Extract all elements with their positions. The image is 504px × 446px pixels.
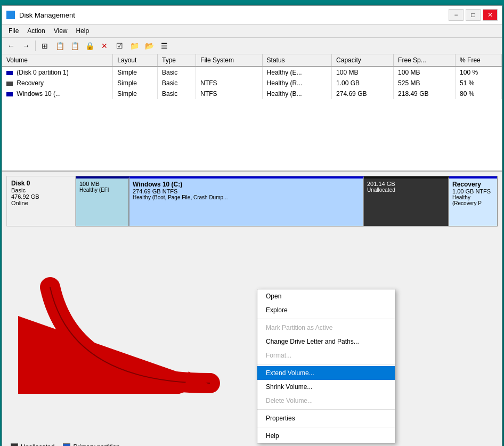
toolbar-btn-plug[interactable]: 🔒 <box>83 39 96 52</box>
app-icon <box>6 11 15 19</box>
col-volume[interactable]: Volume <box>2 54 113 67</box>
ctx-extend-volume[interactable]: Extend Volume... <box>257 366 395 380</box>
table-row[interactable]: Windows 10 (... Simple Basic NTFS Health… <box>2 88 502 99</box>
table-row[interactable]: Recovery Simple Basic NTFS Healthy (R...… <box>2 78 502 88</box>
partition-windows[interactable]: Windows 10 (C:) 274.69 GB NTFS Healthy (… <box>129 176 364 226</box>
main-content: Volume Layout Type File System Status Ca… <box>2 54 502 446</box>
ctx-sep-2 <box>257 364 395 364</box>
toolbar-btn-copy[interactable]: 📋 <box>53 39 67 52</box>
cell-volume: (Disk 0 partition 1) <box>2 67 113 78</box>
toolbar: ← → ⊞ 📋 📋 🔒 ✕ ☑ 📁 📂 ☰ <box>2 38 502 54</box>
menu-action[interactable]: Action <box>23 26 49 36</box>
disk-partitions: 100 MB Healthy (EFI Windows 10 (C:) 274.… <box>76 176 498 226</box>
col-free[interactable]: Free Sp... <box>394 54 456 67</box>
cell-free: 525 MB <box>394 78 456 88</box>
disk-area: Disk 0 Basic 476.92 GB Online 100 MB Hea… <box>2 172 502 446</box>
partition-unallocated[interactable]: 201.14 GB Unallocated <box>364 176 449 226</box>
forward-button[interactable]: → <box>19 39 33 52</box>
ctx-help[interactable]: Help <box>257 429 395 443</box>
volume-icon-blue2 <box>6 92 13 96</box>
title-bar-left: Disk Management <box>6 11 75 19</box>
close-button[interactable]: ✕ <box>483 9 498 21</box>
disk-row: Disk 0 Basic 476.92 GB Online 100 MB Hea… <box>6 176 498 226</box>
ctx-change-letter[interactable]: Change Drive Letter and Paths... <box>257 335 395 348</box>
cell-volume: Recovery <box>2 78 113 88</box>
maximize-button[interactable]: □ <box>466 9 481 21</box>
legend-unallocated: Unallocated <box>11 443 54 446</box>
menu-help[interactable]: Help <box>72 26 94 36</box>
cell-capacity: 1.00 GB <box>332 78 394 88</box>
col-type[interactable]: Type <box>158 54 196 67</box>
col-capacity[interactable]: Capacity <box>332 54 394 67</box>
toolbar-btn-grid[interactable]: ⊞ <box>38 39 52 52</box>
menu-file[interactable]: File <box>4 26 23 36</box>
menu-view[interactable]: View <box>50 26 72 36</box>
ctx-sep-4 <box>257 427 395 427</box>
ctx-explore[interactable]: Explore <box>257 303 395 317</box>
cell-layout: Simple <box>113 88 158 99</box>
legend-primary-box <box>63 443 70 446</box>
legend-unallocated-label: Unallocated <box>21 443 54 446</box>
toolbar-separator-1 <box>35 40 36 51</box>
cell-volume: Windows 10 (... <box>2 88 113 99</box>
col-layout[interactable]: Layout <box>113 54 158 67</box>
ctx-open[interactable]: Open <box>257 289 395 303</box>
cell-status: Healthy (R... <box>262 78 332 88</box>
cell-pct: 100 % <box>456 67 502 78</box>
toolbar-btn-delete[interactable]: ✕ <box>97 39 111 52</box>
cell-type: Basic <box>158 88 196 99</box>
cell-pct: 51 % <box>456 78 502 88</box>
partition-recovery[interactable]: Recovery 1.00 GB NTFS Healthy (Recovery … <box>449 176 497 226</box>
legend: Unallocated Primary partition <box>6 440 124 446</box>
menu-bar: File Action View Help <box>2 25 502 38</box>
title-bar: Disk Management − □ ✕ <box>2 6 502 25</box>
volume-icon-blue <box>6 71 13 75</box>
ctx-sep-1 <box>257 319 395 319</box>
disk-type: Basic <box>11 187 71 193</box>
main-window: Disk Management − □ ✕ File Action View H… <box>2 5 502 446</box>
toolbar-btn-list[interactable]: ☰ <box>157 39 171 52</box>
cell-layout: Simple <box>113 78 158 88</box>
volume-icon-dark <box>6 82 13 86</box>
toolbar-btn-folder2[interactable]: 📂 <box>142 39 156 52</box>
cell-fs <box>196 67 262 78</box>
ctx-properties[interactable]: Properties <box>257 411 395 425</box>
back-button[interactable]: ← <box>4 39 18 52</box>
context-menu: Open Explore Mark Partition as Active Ch… <box>257 289 395 443</box>
toolbar-btn-check[interactable]: ☑ <box>112 39 126 52</box>
arrow-annotation <box>18 277 263 395</box>
legend-unallocated-box <box>11 443 18 446</box>
ctx-shrink-volume[interactable]: Shrink Volume... <box>257 380 395 394</box>
cell-free: 218.49 GB <box>394 88 456 99</box>
ctx-mark-active: Mark Partition as Active <box>257 321 395 335</box>
disk-size: 476.92 GB <box>11 193 71 200</box>
toolbar-btn-paste[interactable]: 📋 <box>68 39 82 52</box>
col-pct[interactable]: % Free <box>456 54 502 67</box>
ctx-sep-3 <box>257 409 395 410</box>
disk-label: Disk 0 Basic 476.92 GB Online <box>6 176 76 226</box>
disk-status: Online <box>11 200 71 206</box>
ctx-format: Format... <box>257 348 395 362</box>
title-controls: − □ ✕ <box>449 9 498 21</box>
cell-layout: Simple <box>113 67 158 78</box>
partition-efi[interactable]: 100 MB Healthy (EFI <box>76 176 129 226</box>
cell-fs: NTFS <box>196 88 262 99</box>
ctx-delete-volume: Delete Volume... <box>257 394 395 408</box>
legend-primary: Primary partition <box>63 443 119 446</box>
cell-status: Healthy (B... <box>262 88 332 99</box>
col-filesystem[interactable]: File System <box>196 54 262 67</box>
toolbar-btn-folder1[interactable]: 📁 <box>127 39 141 52</box>
disk-name: Disk 0 <box>11 180 71 187</box>
cell-status: Healthy (E... <box>262 67 332 78</box>
table-row[interactable]: (Disk 0 partition 1) Simple Basic Health… <box>2 67 502 78</box>
legend-primary-label: Primary partition <box>73 443 119 446</box>
cell-type: Basic <box>158 78 196 88</box>
cell-pct: 80 % <box>456 88 502 99</box>
cell-capacity: 274.69 GB <box>332 88 394 99</box>
cell-free: 100 MB <box>394 67 456 78</box>
cell-capacity: 100 MB <box>332 67 394 78</box>
svg-marker-1 <box>183 371 215 391</box>
col-status[interactable]: Status <box>262 54 332 67</box>
list-area: Volume Layout Type File System Status Ca… <box>2 54 502 172</box>
minimize-button[interactable]: − <box>449 9 464 21</box>
